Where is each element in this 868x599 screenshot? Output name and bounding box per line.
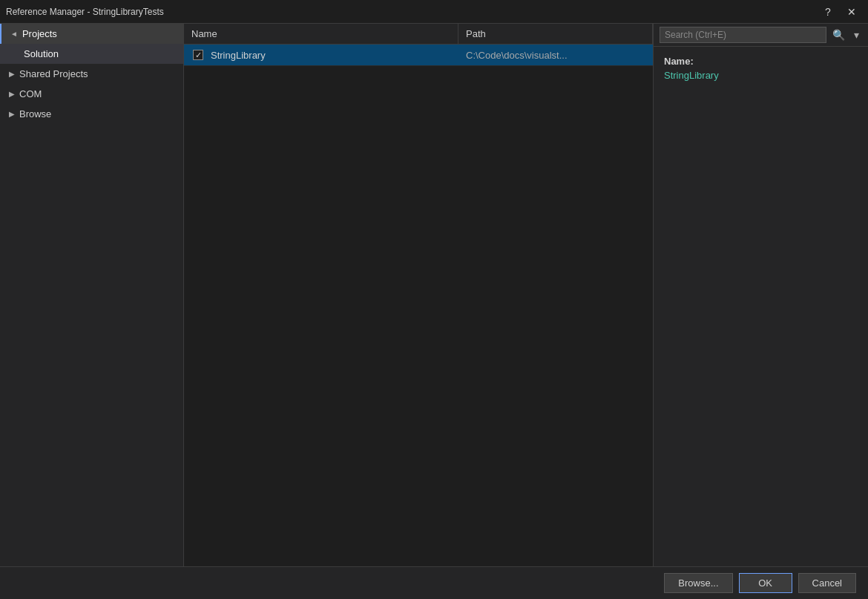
browse-button[interactable]: Browse... — [664, 573, 732, 593]
right-panel: Name Path StringLibrary C:\Code\docs\vis… — [184, 24, 868, 566]
sidebar-item-projects[interactable]: ◄ Projects — [0, 24, 183, 44]
col-header-path: Path — [458, 24, 653, 44]
close-button[interactable]: ✕ — [841, 4, 862, 20]
search-icon-button[interactable]: 🔍 — [829, 27, 848, 42]
center-content: Name Path StringLibrary C:\Code\docs\vis… — [184, 24, 653, 566]
cell-path: C:\Code\docs\visualst... — [458, 46, 653, 65]
com-arrow-icon: ▶ — [9, 90, 15, 98]
table-header: Name Path — [184, 24, 653, 45]
shared-projects-label: Shared Projects — [19, 68, 88, 79]
reference-table: Name Path StringLibrary C:\Code\docs\vis… — [184, 24, 653, 566]
row-checkbox[interactable] — [193, 50, 203, 60]
bottom-bar: Browse... OK Cancel — [0, 566, 868, 599]
browse-arrow-icon: ▶ — [9, 110, 15, 118]
sidebar-item-shared-projects[interactable]: ▶ Shared Projects — [0, 64, 183, 84]
ok-button[interactable]: OK — [739, 573, 792, 593]
search-input[interactable] — [660, 27, 826, 43]
solution-label: Solution — [24, 48, 59, 59]
cell-name: StringLibrary — [184, 45, 458, 65]
cancel-button[interactable]: Cancel — [798, 573, 856, 593]
row-path-value: C:\Code\docs\visualst... — [466, 50, 568, 61]
sidebar-item-solution[interactable]: Solution — [0, 44, 183, 64]
search-dropdown-button[interactable]: ▾ — [851, 27, 862, 42]
com-label: COM — [19, 88, 42, 99]
sidebar-item-com[interactable]: ▶ COM — [0, 84, 183, 104]
sidebar: ◄ Projects Solution ▶ Shared Projects ▶ … — [0, 24, 184, 566]
col-header-name: Name — [184, 24, 458, 44]
title-bar: Reference Manager - StringLibraryTests ?… — [0, 0, 868, 24]
info-content: Name: StringLibrary — [654, 47, 868, 90]
search-bar: 🔍 ▾ — [654, 24, 868, 47]
info-panel: 🔍 ▾ Name: StringLibrary — [653, 24, 868, 566]
window-title: Reference Manager - StringLibraryTests — [6, 7, 164, 17]
projects-arrow-icon: ◄ — [10, 30, 18, 38]
table-body: StringLibrary C:\Code\docs\visualst... — [184, 45, 653, 566]
row-name-value: StringLibrary — [211, 50, 266, 61]
title-controls: ? ✕ — [818, 4, 862, 20]
browse-label: Browse — [19, 108, 51, 120]
checkbox-wrap[interactable] — [191, 48, 205, 62]
table-row[interactable]: StringLibrary C:\Code\docs\visualst... — [184, 45, 653, 66]
shared-projects-arrow-icon: ▶ — [9, 70, 15, 78]
main-content: ◄ Projects Solution ▶ Shared Projects ▶ … — [0, 24, 868, 566]
help-button[interactable]: ? — [818, 4, 838, 20]
info-name-label: Name: — [664, 56, 858, 67]
projects-label: Projects — [22, 28, 57, 39]
sidebar-item-browse[interactable]: ▶ Browse — [0, 104, 183, 124]
info-name-value: StringLibrary — [664, 70, 858, 81]
